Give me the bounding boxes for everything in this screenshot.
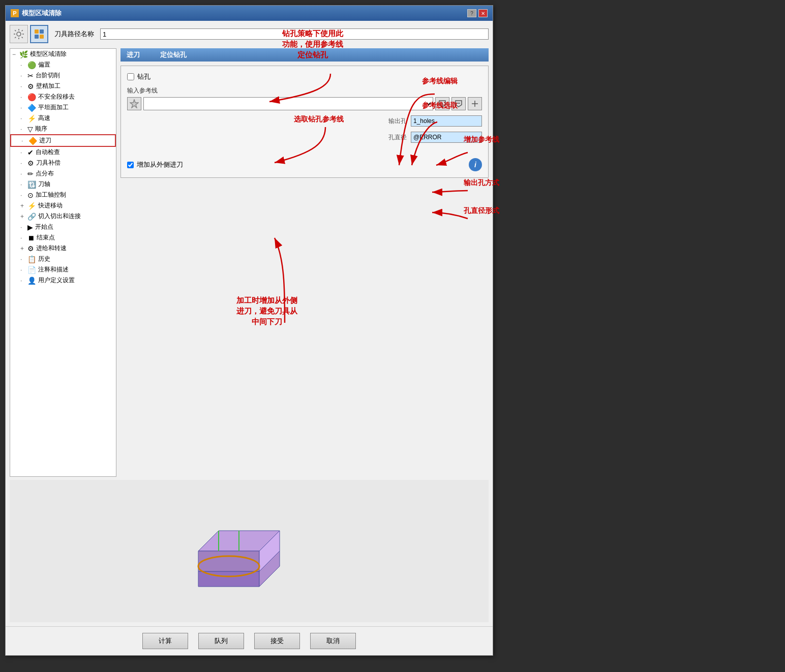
main-split: −🌿模型区域清除·🟢偏置·✂台阶切削·⚙壁精加工·🔴不安全段移去·🔷平坦面加工·…: [10, 48, 489, 477]
ref-star-button[interactable]: [127, 97, 141, 110]
content-area: 刀具路径名称 −🌿模型区域清除·🟢偏置·✂台阶切削·⚙壁精加工·🔴不安全段移去·…: [6, 21, 493, 626]
tree-item-10[interactable]: ·⚙刀具补偿: [10, 158, 116, 168]
title-bar-buttons: ? ✕: [467, 9, 488, 17]
outer-entry-checkbox[interactable]: [127, 162, 134, 168]
tree-panel: −🌿模型区域清除·🟢偏置·✂台阶切削·⚙壁精加工·🔴不安全段移去·🔷平坦面加工·…: [10, 48, 116, 477]
tree-expand-0[interactable]: −: [12, 51, 17, 58]
tree-label-14: 快进移动: [38, 201, 63, 210]
ref-add-button[interactable]: [468, 97, 482, 110]
tree-item-6[interactable]: ·⚡高速: [10, 113, 116, 124]
tree-icon-10: ⚙: [27, 159, 34, 167]
tree-icon-1: 🟢: [27, 61, 36, 69]
tree-item-20[interactable]: ·📄注释和描述: [10, 264, 116, 275]
path-name-input[interactable]: [100, 28, 489, 40]
info-button[interactable]: i: [469, 158, 482, 171]
tree-icon-9: ✔: [27, 148, 34, 157]
cancel-button[interactable]: 取消: [310, 633, 356, 649]
tree-icon-6: ⚡: [27, 114, 36, 123]
drill-checkbox-row: 钻孔: [127, 72, 482, 81]
tree-expand-11: ·: [20, 170, 25, 177]
tree-item-13[interactable]: ·⊙加工轴控制: [10, 190, 116, 200]
tree-icon-14: ⚡: [27, 202, 36, 210]
tree-expand-7: ·: [20, 126, 25, 133]
calc-button[interactable]: 计算: [142, 633, 188, 649]
settings-toolbar-icon[interactable]: [10, 25, 28, 43]
path-name-label: 刀具路径名称: [54, 29, 94, 39]
tree-item-9[interactable]: ·✔自动检查: [10, 147, 116, 158]
tree-item-14[interactable]: +⚡快进移动: [10, 200, 116, 211]
tree-expand-15[interactable]: +: [20, 213, 25, 220]
tree-item-12[interactable]: ·🔃刀轴: [10, 179, 116, 190]
svg-rect-2: [40, 29, 44, 34]
tree-item-5[interactable]: ·🔷平坦面加工: [10, 102, 116, 113]
svg-rect-3: [35, 35, 39, 39]
tree-expand-3: ·: [20, 83, 25, 90]
help-button[interactable]: ?: [467, 9, 476, 17]
tree-label-20: 注释和描述: [38, 265, 69, 274]
layers-toolbar-icon[interactable]: [30, 25, 48, 43]
tree-label-9: 自动检查: [36, 148, 60, 157]
3d-model-svg: [178, 500, 320, 602]
tree-label-16: 开始点: [35, 223, 53, 231]
tree-item-2[interactable]: ·✂台阶切削: [10, 70, 116, 81]
queue-button[interactable]: 队列: [198, 633, 244, 649]
app-icon: P: [11, 9, 19, 17]
ref-edit-button[interactable]: [435, 97, 449, 110]
tree-expand-13: ·: [20, 192, 25, 199]
hole-diameter-row: 孔直径: [127, 132, 482, 143]
tree-icon-5: 🔷: [27, 104, 36, 112]
tree-icon-19: 📋: [27, 255, 36, 263]
tree-label-6: 高速: [38, 114, 50, 123]
tree-icon-13: ⊙: [27, 191, 34, 199]
tree-item-11[interactable]: ·✏点分布: [10, 168, 116, 179]
toolbar: [10, 25, 48, 43]
tree-expand-1: ·: [20, 62, 25, 69]
section-header-right: 定位钻孔: [160, 50, 187, 59]
hole-diameter-input[interactable]: [411, 132, 482, 143]
tree-item-19[interactable]: ·📋历史: [10, 254, 116, 264]
ref-line-row: 输入参考线: [127, 86, 482, 110]
svg-marker-16: [198, 551, 259, 571]
tree-item-18[interactable]: +⚙进给和转速: [10, 243, 116, 254]
drill-checkbox[interactable]: [127, 73, 134, 80]
close-button[interactable]: ✕: [478, 9, 488, 17]
tree-expand-21: ·: [20, 277, 25, 284]
tree-item-15[interactable]: +🔗切入切出和连接: [10, 211, 116, 222]
tree-expand-10: ·: [20, 160, 25, 167]
accept-button[interactable]: 接受: [254, 633, 300, 649]
tree-item-4[interactable]: ·🔴不安全段移去: [10, 91, 116, 102]
tree-label-10: 刀具补偿: [36, 159, 61, 167]
tree-label-19: 历史: [38, 255, 50, 263]
window-title: 模型区域清除: [22, 9, 62, 18]
outer-entry-row: 增加从外侧进刀 i: [127, 158, 482, 171]
tree-item-7[interactable]: ·▽顺序: [10, 124, 116, 134]
tree-label-7: 顺序: [35, 125, 47, 133]
tree-item-3[interactable]: ·⚙壁精加工: [10, 81, 116, 91]
tree-label-11: 点分布: [36, 169, 54, 178]
tree-icon-2: ✂: [27, 72, 34, 80]
outer-entry-label[interactable]: 增加从外侧进刀: [137, 160, 183, 169]
drill-checkbox-label[interactable]: 钻孔: [137, 72, 150, 81]
output-hole-input[interactable]: [411, 115, 482, 127]
tree-label-12: 刀轴: [38, 180, 50, 189]
tree-item-0[interactable]: −🌿模型区域清除: [10, 49, 116, 59]
tree-item-16[interactable]: ·▶开始点: [10, 222, 116, 232]
tree-icon-7: ▽: [27, 125, 33, 133]
tree-expand-4: ·: [20, 94, 25, 101]
tree-item-21[interactable]: ·👤用户定义设置: [10, 275, 116, 286]
tree-icon-11: ✏: [27, 170, 34, 178]
tree-item-1[interactable]: ·🟢偏置: [10, 59, 116, 70]
tree-item-17[interactable]: ·⏹结束点: [10, 232, 116, 243]
tree-expand-14[interactable]: +: [20, 202, 25, 209]
title-bar-left: P 模型区域清除: [11, 9, 62, 18]
tree-expand-8: ·: [21, 137, 26, 144]
tree-item-8[interactable]: ·🔶进刀: [10, 134, 116, 147]
ref-line-dropdown[interactable]: [143, 97, 433, 110]
ref-select-button[interactable]: [451, 97, 466, 110]
tree-expand-18[interactable]: +: [20, 245, 25, 252]
right-panel: 进刀 定位钻孔 钻孔 输入参考线: [120, 48, 489, 477]
tree-icon-18: ⚙: [27, 245, 34, 253]
ref-line-label: 输入参考线: [127, 86, 482, 95]
svg-marker-5: [130, 100, 138, 108]
svg-rect-4: [40, 35, 44, 39]
